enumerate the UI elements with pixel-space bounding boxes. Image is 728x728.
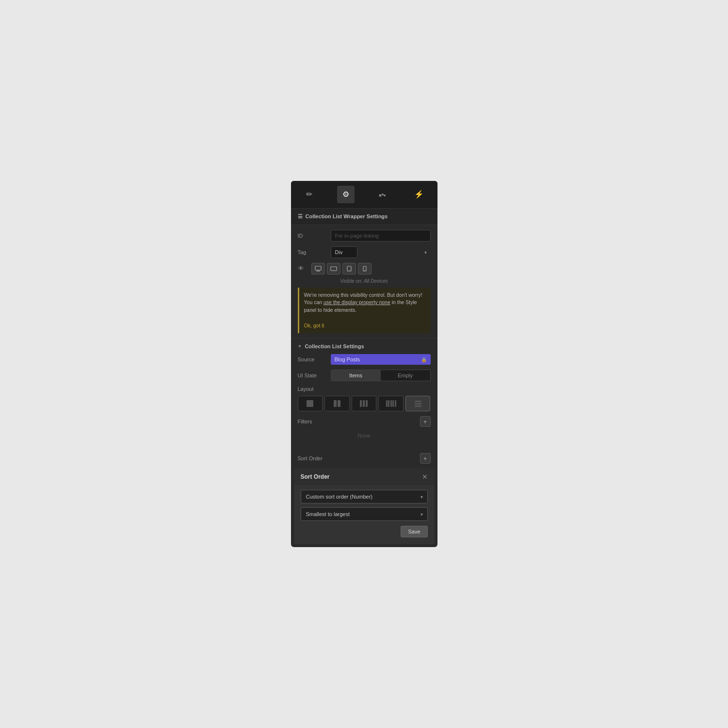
tag-select-wrapper: Div Section Article Nav Header Footer bbox=[331, 246, 431, 258]
device-desktop-btn[interactable] bbox=[311, 263, 325, 275]
layout-1col-btn[interactable] bbox=[298, 396, 323, 411]
layout-4col-btn[interactable] bbox=[378, 396, 404, 411]
sort-modal-header: Sort Order ✕ bbox=[294, 469, 435, 485]
device-tablet-landscape-btn[interactable] bbox=[327, 263, 340, 275]
filters-row: Filters + bbox=[298, 416, 431, 427]
tag-select[interactable]: Div Section Article Nav Header Footer bbox=[331, 246, 357, 258]
sort-direction-select[interactable]: Smallest to largest Largest to smallest bbox=[301, 507, 428, 521]
warning-link[interactable]: use the display property none bbox=[324, 299, 390, 305]
sort-modal-title: Sort Order bbox=[301, 473, 330, 480]
wrapper-section-body: ID Tag Div Section Article Nav Header Fo… bbox=[291, 225, 437, 339]
device-tablet-portrait-btn[interactable] bbox=[342, 263, 356, 275]
wrapper-section-header: ☰ Collection List Wrapper Settings bbox=[291, 209, 437, 225]
add-filter-btn[interactable]: + bbox=[420, 416, 431, 427]
layout-list-btn[interactable] bbox=[405, 396, 431, 411]
lock-icon: 🔒 bbox=[421, 357, 427, 362]
filters-none: None bbox=[298, 430, 431, 443]
sort-field-select[interactable]: Custom sort order (Number) Date Created … bbox=[301, 490, 428, 503]
sort-modal-body: Custom sort order (Number) Date Created … bbox=[294, 485, 435, 544]
bolt-icon[interactable]: ⚡ bbox=[410, 186, 428, 203]
layout-options bbox=[298, 396, 431, 411]
id-label: ID bbox=[298, 233, 327, 239]
id-field-row: ID bbox=[298, 230, 431, 242]
brush-icon[interactable]: ✏ bbox=[300, 186, 318, 203]
warning-box: We're removing this visibility control. … bbox=[298, 288, 431, 334]
tag-field-row: Tag Div Section Article Nav Header Foote… bbox=[298, 246, 431, 258]
svg-rect-3 bbox=[315, 266, 321, 270]
ok-link[interactable]: Ok, got it bbox=[304, 323, 324, 328]
ui-state-row: UI State Items Empty bbox=[298, 370, 431, 381]
tab-items[interactable]: Items bbox=[331, 370, 381, 381]
ui-state-tabs: Items Empty bbox=[331, 370, 431, 381]
visible-devices: All Devices bbox=[364, 278, 388, 284]
sort-order-modal: Sort Order ✕ Custom sort order (Number) … bbox=[294, 469, 435, 544]
svg-point-1 bbox=[382, 194, 384, 195]
settings-panel: ✏ ⚙ ⚡ ☰ Collection List Wrapper Settings… bbox=[291, 181, 437, 548]
add-sort-btn[interactable]: + bbox=[420, 453, 431, 464]
sort-order-header-row: Sort Order + bbox=[291, 448, 437, 469]
visible-on-text: Visible on: All Devices bbox=[298, 278, 431, 284]
close-sort-modal-btn[interactable]: ✕ bbox=[422, 473, 428, 480]
sort-direction-wrapper: Smallest to largest Largest to smallest bbox=[301, 507, 428, 521]
tab-empty[interactable]: Empty bbox=[381, 370, 430, 381]
svg-point-12 bbox=[364, 270, 365, 270]
save-sort-btn[interactable]: Save bbox=[401, 526, 427, 537]
collection-header: ▼ Collection List Settings bbox=[291, 339, 437, 354]
layout-label: Layout bbox=[298, 386, 431, 392]
source-label: Source bbox=[298, 356, 327, 362]
svg-point-2 bbox=[384, 194, 386, 196]
ui-state-label: UI State bbox=[298, 372, 327, 378]
tag-label: Tag bbox=[298, 249, 327, 255]
drops-icon[interactable] bbox=[373, 186, 391, 203]
layout-2col-btn[interactable] bbox=[324, 396, 350, 411]
collection-title: Collection List Settings bbox=[305, 343, 364, 349]
source-badge[interactable]: Blog Posts 🔒 bbox=[331, 354, 431, 365]
collection-body: Source Blog Posts 🔒 UI State Items Empty… bbox=[291, 354, 437, 448]
id-input[interactable] bbox=[331, 230, 431, 242]
chevron-icon: ▼ bbox=[298, 344, 302, 349]
wrapper-icon: ☰ bbox=[298, 213, 303, 220]
svg-point-8 bbox=[333, 270, 334, 271]
gear-icon[interactable]: ⚙ bbox=[337, 186, 355, 203]
sort-order-label: Sort Order bbox=[298, 455, 323, 461]
filters-label: Filters bbox=[298, 419, 312, 424]
svg-point-10 bbox=[349, 270, 349, 270]
device-icons bbox=[311, 263, 372, 275]
device-mobile-btn[interactable] bbox=[358, 263, 372, 275]
sort-save-row: Save bbox=[301, 526, 428, 537]
wrapper-title: Collection List Wrapper Settings bbox=[306, 213, 388, 219]
eye-icon: 👁 bbox=[298, 265, 307, 272]
layout-3col-btn[interactable] bbox=[352, 396, 377, 411]
source-row: Source Blog Posts 🔒 bbox=[298, 354, 431, 365]
collection-section: ▼ Collection List Settings Source Blog P… bbox=[291, 339, 437, 544]
visibility-row: 👁 bbox=[298, 263, 431, 275]
sort-field-wrapper: Custom sort order (Number) Date Created … bbox=[301, 490, 428, 503]
source-value: Blog Posts bbox=[335, 356, 360, 362]
toolbar: ✏ ⚙ ⚡ bbox=[291, 181, 437, 209]
svg-point-0 bbox=[379, 194, 382, 196]
